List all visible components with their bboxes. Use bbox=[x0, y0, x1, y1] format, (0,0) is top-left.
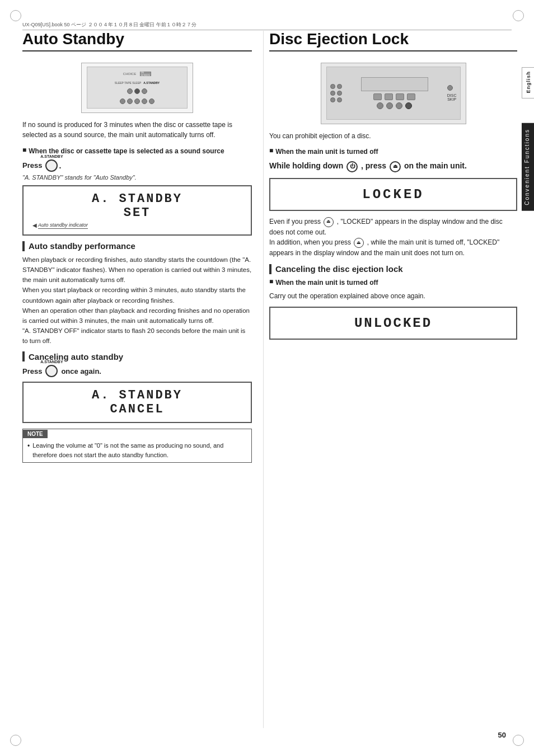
display-box-set: A. STANDBY SET ◀ Auto standby indicator bbox=[22, 185, 252, 236]
right-bullet2-text: When the main unit is turned off bbox=[275, 278, 378, 288]
cancel-btn-label-above: A.STANDBY bbox=[40, 360, 63, 364]
sidebar-tab-label: Convenient Functions bbox=[524, 129, 530, 205]
rdb-row2 bbox=[330, 91, 342, 96]
dev-btn-1 bbox=[127, 88, 133, 94]
rd-btn-2 bbox=[337, 84, 342, 89]
header-text: UX-Q09[US].book 50 ページ ２００４年１０月８日 金曜日 午前… bbox=[22, 21, 196, 29]
note-header: NOTE bbox=[23, 430, 48, 438]
cancel-press-line: Press A.STANDBY once again. bbox=[22, 365, 252, 377]
right-sub-heading-bar bbox=[269, 264, 271, 274]
rd-circle-btn-highlight bbox=[405, 102, 412, 109]
btn-label-above: A.STANDBY bbox=[40, 154, 63, 158]
standby-quote: "A. STANDBY" stands for "Auto Standby". bbox=[22, 174, 252, 181]
note-content: • Leaving the volume at "0" is not the s… bbox=[23, 438, 251, 462]
indicator-arrow-char: ◀ bbox=[32, 222, 37, 228]
rd-circle-btn-3 bbox=[396, 102, 402, 109]
rdb-row1 bbox=[330, 84, 342, 89]
rd-circle-btn-1 bbox=[377, 102, 383, 109]
rdb-row3 bbox=[330, 97, 342, 102]
rd-btn-6 bbox=[337, 97, 342, 102]
locked-text: LOCKED bbox=[279, 187, 507, 202]
right-device-btns bbox=[330, 84, 342, 102]
cancel-press-suffix: once again. bbox=[61, 367, 101, 375]
device-screen-mini: ON SCREEN bbox=[140, 72, 151, 76]
right-device-image: DISCSKIP bbox=[321, 63, 466, 124]
dev-btn-5 bbox=[127, 98, 133, 104]
dev-btn-7 bbox=[142, 98, 147, 104]
dev-btn-4 bbox=[120, 98, 125, 104]
sidebar-lang-label: English bbox=[526, 71, 531, 93]
locked-body3: In addition, when you press bbox=[269, 238, 351, 246]
note-box: NOTE • Leaving the volume at "0" is not … bbox=[22, 429, 252, 463]
dev-btn-3 bbox=[142, 88, 147, 94]
locked-body1: Even if you press bbox=[269, 218, 321, 226]
device-top-row: CHOICE ON SCREEN bbox=[123, 72, 151, 76]
sub-heading-bar-1 bbox=[22, 241, 25, 251]
cancel-astandby-button[interactable]: A.STANDBY bbox=[45, 365, 58, 377]
left-column: Auto Standby CHOICE ON SCREEN SLEEP TAPE… bbox=[22, 31, 263, 728]
locked-power-icon: ⏏ bbox=[354, 238, 364, 248]
right-device-lower-row bbox=[377, 102, 412, 109]
right-bullet1-text: When the main unit is turned off bbox=[275, 147, 378, 157]
rd-rect-btn-1 bbox=[373, 93, 382, 100]
rd-rect-btn-3 bbox=[396, 93, 404, 100]
locked-display-box: LOCKED bbox=[269, 178, 517, 211]
right-device-screen bbox=[361, 77, 428, 91]
right-device-buttons-row bbox=[373, 93, 415, 100]
corner-mark-bl bbox=[10, 735, 21, 746]
cancel-display-line1: A. STANDBY bbox=[32, 388, 242, 402]
cancel-display-line2: CANCEL bbox=[32, 402, 242, 416]
bold-instruction: While holding down ⏻ , press ⏏ on the ma… bbox=[269, 160, 517, 172]
left-divider bbox=[22, 50, 252, 51]
display-set-line1: A. STANDBY bbox=[32, 192, 242, 206]
dev-btn-2 bbox=[134, 88, 140, 94]
note-text: Leaving the volume at "0" is not the sam… bbox=[32, 441, 247, 459]
device-mid-row: SLEEP TAPE SLEEP A.STANDBY bbox=[115, 81, 160, 84]
rd-btn-3 bbox=[330, 91, 335, 96]
dev-btn-8 bbox=[149, 98, 154, 104]
right-section-title: Disc Ejection Lock bbox=[269, 31, 517, 48]
note-bullet: • Leaving the volume at "0" is not the s… bbox=[27, 441, 247, 459]
locked-eject-icon: ⏏ bbox=[324, 217, 334, 227]
display-set-line2: SET bbox=[32, 206, 242, 220]
right-column: Disc Ejection Lock bbox=[263, 31, 517, 728]
sidebar-tab: Convenient Functions bbox=[522, 123, 534, 211]
device-choice-label: CHOICE bbox=[123, 72, 136, 76]
astandby-button[interactable]: A.STANDBY bbox=[45, 159, 58, 172]
right-body1: You can prohibit ejection of a disc. bbox=[269, 131, 517, 142]
rd-right-btn-1 bbox=[447, 85, 453, 91]
left-device-image-wrapper: CHOICE ON SCREEN SLEEP TAPE SLEEP A.STAN… bbox=[22, 58, 252, 120]
instruction-text3: on the main unit. bbox=[404, 161, 467, 170]
right-bullet2: When the main unit is turned off bbox=[269, 278, 517, 288]
cancel-body: Carry out the operation explained above … bbox=[269, 291, 517, 302]
rd-circle-btn-2 bbox=[386, 102, 393, 109]
corner-mark-tr bbox=[513, 10, 524, 21]
corner-mark-br bbox=[513, 735, 524, 746]
long-body: When playback or recording finishes, aut… bbox=[22, 255, 252, 346]
sub-heading-bar-2 bbox=[22, 351, 25, 361]
unlocked-text: UNLOCKED bbox=[279, 316, 507, 331]
cancel-press-label: Press bbox=[22, 367, 42, 375]
left-section-title: Auto Standby bbox=[22, 31, 252, 48]
device-inner: CHOICE ON SCREEN SLEEP TAPE SLEEP A.STAN… bbox=[87, 67, 188, 109]
sub-heading-1-text: Auto standby performance bbox=[29, 241, 135, 251]
page-number: 50 bbox=[498, 731, 506, 739]
rd-btn-4 bbox=[337, 91, 342, 96]
sidebar-lang: English bbox=[522, 67, 534, 98]
main-content: Auto Standby CHOICE ON SCREEN SLEEP TAPE… bbox=[22, 31, 517, 728]
device-astandby-label: A.STANDBY bbox=[143, 81, 160, 84]
note-dot: • bbox=[27, 441, 30, 451]
device-btn-row bbox=[127, 88, 147, 94]
instruction-text1: While holding down bbox=[269, 161, 343, 170]
device-lower-btns bbox=[120, 98, 154, 104]
indicator-text: Auto standby indicator bbox=[38, 222, 88, 229]
right-device-right: DISCSKIP bbox=[447, 85, 457, 101]
right-sub-heading-container: Canceling the disc ejection lock bbox=[269, 264, 517, 274]
rd-btn-1 bbox=[330, 84, 335, 89]
left-body1: If no sound is produced for 3 minutes wh… bbox=[22, 120, 252, 140]
press-label: Press bbox=[22, 161, 42, 170]
cancel-display-box: A. STANDBY CANCEL bbox=[22, 382, 252, 423]
right-bullet1: When the main unit is turned off bbox=[269, 147, 517, 157]
right-device-left bbox=[330, 84, 342, 102]
power-icon: ⏻ bbox=[346, 161, 358, 172]
